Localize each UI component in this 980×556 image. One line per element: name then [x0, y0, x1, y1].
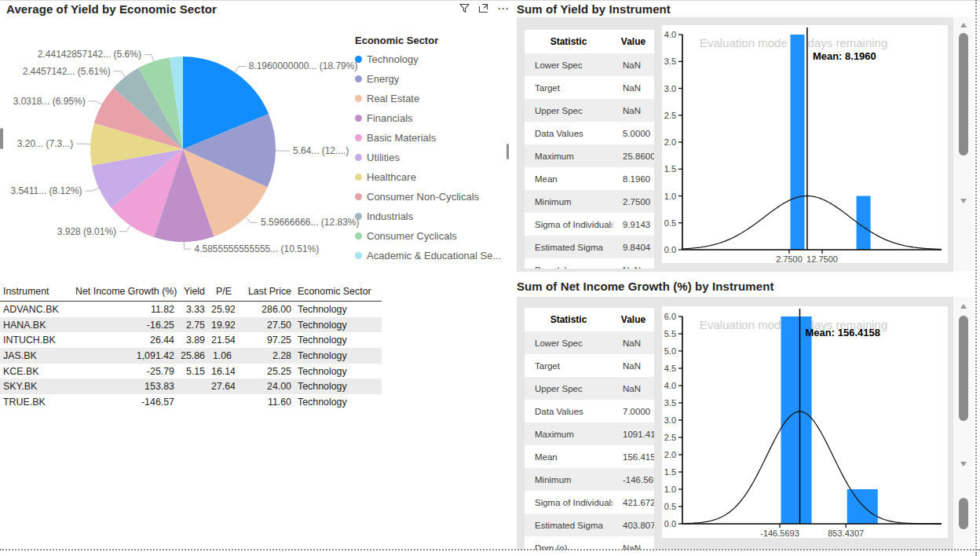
scrollbar-down-button[interactable] [960, 199, 967, 203]
legend-item[interactable]: Basic Materials [355, 128, 514, 148]
stat-name: Lower Spec [525, 53, 612, 76]
scrollbar-thumb[interactable] [959, 33, 968, 155]
filter-icon[interactable] [459, 3, 470, 13]
table-cell[interactable]: 2.75 [177, 317, 208, 333]
scrollbar-thumb[interactable] [959, 316, 968, 421]
table-cell[interactable]: -146.57 [72, 394, 177, 410]
table-cell[interactable]: Technology [294, 348, 382, 364]
table-cell[interactable]: 25.86 [177, 348, 208, 364]
focus-mode-icon[interactable] [478, 3, 488, 13]
table-cell[interactable]: SKY.BK [0, 379, 72, 394]
table-row[interactable]: HANA.BK-16.252.7519.9227.50Technology [0, 317, 382, 333]
legend-item[interactable]: Energy [355, 69, 514, 89]
legend-item[interactable]: Healthcare [355, 167, 514, 187]
table-cell[interactable]: 2.28 [235, 348, 294, 364]
table-row[interactable]: SKY.BK153.8327.6424.00Technology [0, 379, 382, 394]
table-cell[interactable]: 27.50 [235, 317, 294, 333]
column-header[interactable]: Instrument [0, 281, 72, 302]
table-row[interactable]: ADVANC.BK11.823.3325.92286.00Technology [0, 302, 382, 317]
legend-item[interactable]: Utilities [355, 148, 514, 167]
table-row[interactable]: INTUCH.BK26.443.8921.5497.25Technology [0, 332, 382, 348]
table-cell[interactable]: KCE.BK [0, 364, 72, 379]
table-cell[interactable]: JAS.BK [0, 348, 72, 364]
table-cell[interactable]: Technology [294, 302, 382, 317]
table-cell[interactable]: 19.92 [208, 317, 235, 333]
stat-name: Data Values [525, 122, 612, 144]
mean-label: Mean: 156.4158 [806, 327, 880, 338]
table-cell[interactable] [177, 379, 208, 394]
legend-item[interactable]: Academic & Educational Se... [355, 246, 514, 265]
table-cell[interactable] [208, 394, 235, 410]
table-cell[interactable]: 27.64 [208, 379, 235, 394]
table-cell[interactable]: 26.44 [72, 332, 177, 348]
pie-scroll-indicator[interactable] [0, 128, 3, 149]
table-cell[interactable]: 3.89 [177, 332, 208, 348]
table-row[interactable]: KCE.BK-25.795.1516.1425.25Technology [0, 364, 382, 379]
scrollbar-up-button[interactable] [960, 23, 967, 27]
table-cell[interactable]: 1.06 [208, 348, 235, 364]
table-cell[interactable]: -25.79 [72, 364, 177, 379]
stat-value: NaN [612, 99, 654, 122]
y-tick-label: 2.0 [664, 450, 676, 459]
table-cell[interactable]: ADVANC.BK [0, 302, 72, 317]
table-cell[interactable]: Technology [294, 379, 382, 394]
table-cell[interactable]: Technology [294, 332, 382, 348]
table-cell[interactable]: TRUE.BK [0, 394, 72, 410]
scrollbar-down-button[interactable] [960, 462, 967, 466]
scrollbar-up-button[interactable] [960, 304, 967, 309]
legend-item[interactable]: Technology [355, 49, 514, 69]
stat-name: Lower Spec [525, 331, 612, 354]
legend-item[interactable]: Industrials [355, 207, 514, 226]
page-scrollbar-thumb[interactable] [959, 498, 968, 529]
table-cell[interactable]: Technology [294, 317, 382, 333]
table-cell[interactable]: 1,091.42 [72, 348, 177, 364]
y-tick-label: 6.0 [664, 312, 676, 321]
pie-label-line [246, 218, 258, 223]
more-options-icon[interactable]: ⋯ [497, 5, 510, 13]
table-cell[interactable]: Technology [294, 364, 382, 379]
page-border-top [0, 0, 980, 1]
table-cell[interactable]: 3.33 [177, 302, 208, 317]
table-cell[interactable]: 25.25 [235, 364, 294, 379]
table-cell[interactable]: 97.25 [235, 332, 294, 348]
pie-slice-label: 3.5411... (8.12%) [10, 185, 82, 196]
table-row[interactable]: JAS.BK1,091.4225.861.062.28Technology [0, 348, 382, 364]
table-row[interactable]: TRUE.BK-146.5711.60Technology [0, 394, 382, 410]
table-cell[interactable]: 25.92 [208, 302, 235, 317]
table-cell[interactable]: HANA.BK [0, 317, 72, 333]
table-cell[interactable]: Technology [294, 394, 382, 410]
stat-value: 1091.4182 [612, 422, 654, 445]
table-cell[interactable]: 21.54 [208, 332, 235, 348]
table-cell[interactable]: 5.15 [177, 364, 208, 379]
table-cell[interactable]: 24.00 [235, 379, 294, 394]
column-header[interactable]: Yield [177, 281, 208, 302]
table-cell[interactable]: 153.83 [72, 379, 177, 394]
legend-item[interactable]: Financials [355, 108, 514, 128]
table-cell[interactable]: INTUCH.BK [0, 332, 72, 348]
stat-value: NaN [612, 377, 654, 400]
yield-histogram: Evaluation mode - 8 days remainingMean: … [662, 25, 948, 263]
legend-item[interactable]: Consumer Cyclicals [355, 226, 514, 246]
column-header[interactable]: Economic Sector [294, 281, 382, 302]
legend-item[interactable]: Real Estate [355, 89, 514, 108]
column-header[interactable]: Last Price [235, 281, 294, 302]
legend-item[interactable]: Consumer Non-Cyclicals [355, 187, 514, 207]
stats-scroll-indicator[interactable] [506, 144, 509, 159]
column-header[interactable]: P/E [208, 281, 235, 302]
table-cell[interactable] [177, 394, 208, 410]
stat-value: 5.0000 [612, 122, 654, 144]
stats-row: Minimum-146.5693 [525, 468, 654, 491]
mean-label: Mean: 8.1960 [813, 50, 876, 62]
table-cell[interactable]: 16.14 [208, 364, 235, 379]
y-tick-label: 5.0 [664, 346, 676, 356]
column-header[interactable]: Net Income Growth (%) [72, 281, 177, 302]
table-cell[interactable]: 11.82 [72, 302, 177, 317]
yield-scrollbar-track[interactable] [953, 17, 974, 271]
table-cell[interactable]: 286.00 [235, 302, 294, 317]
table-cell[interactable]: 11.60 [235, 394, 294, 410]
legend-label: Technology [367, 53, 419, 65]
legend-label: Basic Materials [367, 132, 436, 144]
table-cell[interactable]: -16.25 [72, 317, 177, 333]
nig-scrollbar-track[interactable] [953, 297, 974, 550]
stat-name: Minimum [525, 468, 612, 491]
